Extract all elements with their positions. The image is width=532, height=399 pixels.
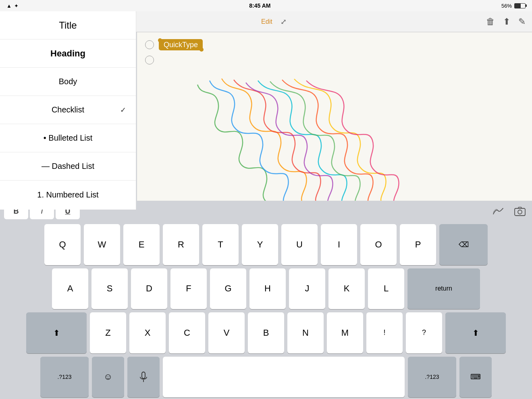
key-u[interactable]: U bbox=[281, 224, 318, 265]
keyboard-row-1: Q W E R T Y U I O P ⌫ bbox=[2, 224, 530, 265]
heading-label: Heading bbox=[50, 48, 85, 59]
trash-icon[interactable]: 🗑 bbox=[486, 17, 495, 27]
key-z[interactable]: Z bbox=[90, 312, 126, 353]
menu-item-heading[interactable]: Heading bbox=[0, 39, 136, 68]
key-c[interactable]: C bbox=[169, 312, 205, 353]
key-question[interactable]: ? bbox=[406, 312, 442, 353]
compose-icon[interactable]: ✎ bbox=[518, 17, 526, 27]
checkmark-icon: ✓ bbox=[120, 106, 126, 114]
key-h[interactable]: H bbox=[249, 268, 286, 310]
status-left: ▲ ✦ bbox=[6, 3, 19, 9]
numbered-label: 1. Numbered List bbox=[37, 190, 98, 200]
key-k[interactable]: K bbox=[328, 268, 365, 310]
shift-key-left[interactable]: ⬆ bbox=[26, 312, 87, 353]
key-o[interactable]: O bbox=[360, 224, 397, 265]
scribble-svg bbox=[177, 73, 459, 210]
svg-rect-0 bbox=[515, 208, 525, 216]
battery-fill bbox=[515, 4, 521, 8]
key-y[interactable]: Y bbox=[242, 224, 278, 265]
format-dropdown: Title Heading Body Checklist ✓ • Bullete… bbox=[0, 11, 136, 210]
key-a[interactable]: A bbox=[52, 268, 88, 310]
emoji-key[interactable]: ☺ bbox=[92, 357, 124, 398]
key-exclaim[interactable]: ! bbox=[366, 312, 403, 353]
key-m[interactable]: M bbox=[327, 312, 363, 353]
key-j[interactable]: J bbox=[289, 268, 325, 310]
key-g[interactable]: G bbox=[210, 268, 246, 310]
space-key[interactable] bbox=[163, 357, 405, 398]
key-d[interactable]: D bbox=[131, 268, 167, 310]
body-label: Body bbox=[59, 77, 77, 86]
delete-key[interactable]: ⌫ bbox=[439, 224, 488, 265]
battery-percent: 56% bbox=[501, 3, 512, 9]
kb-right-tools bbox=[490, 203, 528, 219]
menu-item-body[interactable]: Body bbox=[0, 68, 136, 96]
key-p[interactable]: P bbox=[400, 224, 436, 265]
menu-item-bulleted[interactable]: • Bulleted List bbox=[0, 124, 136, 152]
numbers-key[interactable]: .?123 bbox=[40, 357, 89, 398]
key-t[interactable]: T bbox=[202, 224, 239, 265]
share-icon[interactable]: ⬆ bbox=[503, 17, 510, 27]
checkbox-1[interactable] bbox=[145, 40, 154, 49]
title-label: Title bbox=[59, 20, 77, 31]
svg-point-1 bbox=[518, 210, 522, 214]
edit-button[interactable]: Edit bbox=[261, 18, 272, 25]
drawing-area bbox=[137, 56, 532, 210]
key-b[interactable]: B bbox=[248, 312, 284, 353]
key-i[interactable]: I bbox=[321, 224, 357, 265]
key-r[interactable]: R bbox=[163, 224, 199, 265]
key-n[interactable]: N bbox=[287, 312, 324, 353]
checklist-row-1: QuickType bbox=[145, 40, 524, 49]
bluetooth-icon: ✦ bbox=[14, 3, 19, 9]
key-v[interactable]: V bbox=[208, 312, 245, 353]
location-icon: ▲ bbox=[6, 3, 12, 9]
key-e[interactable]: E bbox=[123, 224, 160, 265]
key-x[interactable]: X bbox=[129, 312, 166, 353]
toolbar-right: 🗑 ⬆ ✎ bbox=[486, 17, 526, 27]
key-l[interactable]: L bbox=[368, 268, 404, 310]
selected-text: QuickType bbox=[159, 39, 203, 50]
menu-item-title[interactable]: Title bbox=[0, 11, 136, 39]
status-right: 56% bbox=[501, 3, 526, 9]
numbers-key-right[interactable]: .?123 bbox=[408, 357, 456, 398]
keyboard: Q W E R T Y U I O P ⌫ A S D F G H J K L … bbox=[0, 222, 532, 399]
return-key[interactable]: return bbox=[407, 268, 480, 310]
mic-key[interactable] bbox=[127, 357, 160, 398]
checklist-label: Checklist bbox=[52, 105, 84, 114]
key-q[interactable]: Q bbox=[44, 224, 81, 265]
selection-handle-right bbox=[200, 48, 204, 52]
toolbar-center: Edit ⤢ bbox=[261, 17, 287, 26]
expand-icon[interactable]: ⤢ bbox=[281, 17, 287, 26]
menu-item-dashed[interactable]: — Dashed List bbox=[0, 152, 136, 181]
keyboard-row-4: .?123 ☺ .?123 ⌨ bbox=[2, 357, 530, 398]
selected-text-container: QuickType bbox=[159, 41, 203, 49]
key-s[interactable]: S bbox=[91, 268, 128, 310]
svg-rect-2 bbox=[142, 372, 145, 378]
key-w[interactable]: W bbox=[84, 224, 120, 265]
battery-icon bbox=[514, 3, 526, 8]
menu-item-numbered[interactable]: 1. Numbered List bbox=[0, 181, 136, 209]
dashed-label: — Dashed List bbox=[42, 162, 94, 171]
camera-icon[interactable] bbox=[512, 203, 528, 219]
menu-item-checklist[interactable]: Checklist ✓ bbox=[0, 96, 136, 124]
selection-handle-left bbox=[158, 38, 162, 42]
key-f[interactable]: F bbox=[170, 268, 207, 310]
notes-area: QuickType bbox=[137, 32, 532, 210]
notes-paper[interactable]: QuickType bbox=[137, 32, 532, 210]
status-time: 8:45 AM bbox=[249, 2, 270, 9]
handwriting-icon[interactable] bbox=[490, 203, 506, 219]
keyboard-row-3: ⬆ Z X C V B N M ! ? ⬆ bbox=[2, 312, 530, 353]
keyboard-hide-key[interactable]: ⌨ bbox=[459, 357, 492, 398]
keyboard-row-2: A S D F G H J K L return bbox=[2, 268, 530, 310]
bulleted-label: • Bulleted List bbox=[44, 133, 93, 143]
shift-key-right[interactable]: ⬆ bbox=[445, 312, 506, 353]
status-bar: ▲ ✦ 8:45 AM 56% bbox=[0, 0, 532, 11]
